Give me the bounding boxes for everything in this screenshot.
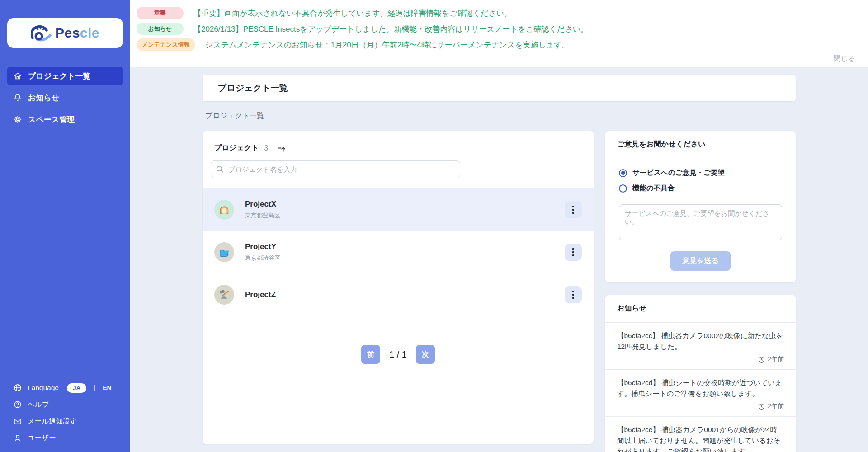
radio-selected-icon[interactable] [619,169,627,177]
sort-asc-icon [277,144,286,152]
project-menu-button[interactable] [565,244,582,261]
kebab-icon [572,291,574,292]
mail-icon [13,417,22,426]
sidebar-item-mail-settings[interactable]: メール通知設定 [7,415,123,427]
feedback-title: ご意見をお聞かせください [605,131,796,158]
page-content: プロジェクト一覧 プロジェクト一覧 プロジェクト 3 [130,67,868,452]
banner-text: 【重要】画面が表示されない不具合が発生しています。経過は障害情報をご確認ください… [193,8,512,19]
sidebar-item-help[interactable]: ヘルプ [7,399,123,410]
projects-count: 3 [264,144,268,152]
notice-time: 2年前 [768,402,784,410]
banner-maintenance: メンテナンス情報 システムメンテナンスのお知らせ：1月20日（月）午前2時〜4時… [137,38,855,51]
language-label: Language [28,384,59,392]
search-icon [216,165,224,174]
feedback-option-label: サービスへのご意見・ご要望 [632,168,725,178]
project-avatar [214,242,234,262]
project-name: ProjectZ [245,290,565,299]
project-name: ProjectX [245,200,565,209]
project-search-input[interactable] [211,160,460,178]
mail-settings-label: メール通知設定 [28,417,77,426]
pagination: 前 1 / 1 次 [203,330,594,364]
main-area: 重要 【重要】画面が表示されない不具合が発生しています。経過は障害情報をご確認く… [130,0,868,452]
feedback-option-label: 機能の不具合 [632,184,675,193]
notice-text: 【b6cfa2cc】 捕虫器カメラ0002の映像に新たな虫を12匹発見しました。 [617,330,784,352]
notices-title: お知らせ [605,295,796,322]
banner-news: お知らせ 【2026/1/13】PESCLE Insectsをアップデートしまし… [137,23,855,35]
language-en-button[interactable]: EN [103,384,111,391]
notices-card: お知らせ 【b6cfa2cc】 捕虫器カメラ0002の映像に新たな虫を12匹発見… [605,295,796,452]
gear-icon [13,115,22,124]
folder-icon [218,246,230,258]
bell-icon [13,93,22,102]
project-menu-button[interactable] [565,286,582,303]
logo-wordmark: Pescle [55,25,99,41]
project-name: ProjectY [245,242,565,251]
project-row-projectz[interactable]: ProjectZ [203,273,594,315]
hammer-icon [218,289,230,301]
feedback-body: サービスへのご意見・ご要望 機能の不具合 意見を送る [605,158,796,282]
banner-text: システムメンテナンスのお知らせ：1月20日（月）午前2時〜4時にサーバーメンテナ… [205,40,570,50]
send-feedback-button[interactable]: 意見を送る [670,251,731,271]
project-row-texts: ProjectY 東京都渋谷区 [245,242,565,262]
sidebar-item-label: スペース管理 [28,114,75,125]
news-badge: お知らせ [137,23,184,35]
breadcrumb: プロジェクト一覧 [205,111,796,121]
feedback-card: ご意見をお聞かせください サービスへのご意見・ご要望 機能の不具合 [605,131,796,282]
sort-button[interactable] [277,144,286,152]
radio-unselected-icon[interactable] [619,184,627,193]
notice-item[interactable]: 【b6cfa2ce】 捕虫器カメラ0001からの映像が24時間以上届いておりませ… [605,416,796,452]
sidebar-item-user[interactable]: ユーザー [7,432,123,444]
clock-icon [758,403,765,410]
project-row-texts: ProjectZ [245,290,565,299]
feedback-option-bug[interactable]: 機能の不具合 [619,184,782,193]
notice-text: 【b6cfa2ce】 捕虫器カメラ0001からの映像が24時間以上届いておりませ… [617,424,784,452]
sidebar-item-news[interactable]: お知らせ [7,89,123,107]
maintenance-badge: メンテナンス情報 [137,38,195,51]
sidebar-item-label: プロジェクト一覧 [28,71,90,81]
right-column: ご意見をお聞かせください サービスへのご意見・ご要望 機能の不具合 [605,131,796,452]
language-ja-button[interactable]: JA [67,383,86,393]
project-search [211,160,460,178]
sidebar-footer: Language JA | EN ヘルプ メール通知設定 [7,382,123,444]
sidebar: Pescle プロジェクト一覧 お知らせ [0,0,130,452]
pescle-logo[interactable]: Pescle [7,18,123,48]
user-label: ユーザー [28,433,56,443]
project-menu-button[interactable] [565,201,582,218]
project-location: 東京都渋谷区 [245,254,565,262]
notification-banner-area: 重要 【重要】画面が表示されない不具合が発生しています。経過は障害情報をご確認く… [130,0,868,67]
notice-item[interactable]: 【b6cfa2cc】 捕虫器カメラ0002の映像に新たな虫を12匹発見しました。… [605,322,796,369]
page-title-card: プロジェクト一覧 [203,75,796,101]
sidebar-item-project-list[interactable]: プロジェクト一覧 [7,67,123,85]
language-divider: | [94,384,95,392]
banner-text: 【2026/1/13】PESCLE Insectsをアップデートしました。新機能… [193,24,588,34]
notice-time: 2年前 [768,355,784,363]
notice-time-row: 2年前 [617,402,784,410]
projects-panel-title: プロジェクト [214,143,259,153]
prev-page-button[interactable]: 前 [361,345,380,364]
help-icon [13,400,22,409]
feedback-textarea[interactable] [619,204,782,240]
sidebar-nav: プロジェクト一覧 お知らせ スペース管理 [7,67,123,128]
next-page-button[interactable]: 次 [416,345,435,364]
language-row: Language JA | EN [7,382,123,394]
home-icon [13,71,22,80]
project-location: 東京都豊島区 [245,212,565,220]
project-avatar [214,285,234,305]
columns: プロジェクト 3 [203,131,796,452]
notice-time-row: 2年前 [617,355,784,363]
page-title: プロジェクト一覧 [218,82,288,94]
project-row-projecty[interactable]: ProjectY 東京都渋谷区 [203,231,594,273]
bread-icon [218,204,230,216]
app-root: Pescle プロジェクト一覧 お知らせ [0,0,868,452]
sidebar-item-space-management[interactable]: スペース管理 [7,110,123,128]
notice-text: 【b6cfa2cd】 捕虫シートの交換時期が近づいています。捕虫シートのご準備を… [617,377,784,399]
project-row-projectx[interactable]: ProjectX 東京都豊島区 [203,188,594,231]
page-indicator: 1 / 1 [389,349,407,360]
notice-item[interactable]: 【b6cfa2cd】 捕虫シートの交換時期が近づいています。捕虫シートのご準備を… [605,369,796,416]
projects-panel-header: プロジェクト 3 [203,131,594,160]
feedback-option-service[interactable]: サービスへのご意見・ご要望 [619,168,782,178]
help-label: ヘルプ [28,400,49,410]
banner-close-button[interactable]: 閉じる [833,55,855,62]
banner-important: 重要 【重要】画面が表示されない不具合が発生しています。経過は障害情報をご確認く… [137,7,855,19]
projects-panel: プロジェクト 3 [203,131,594,444]
